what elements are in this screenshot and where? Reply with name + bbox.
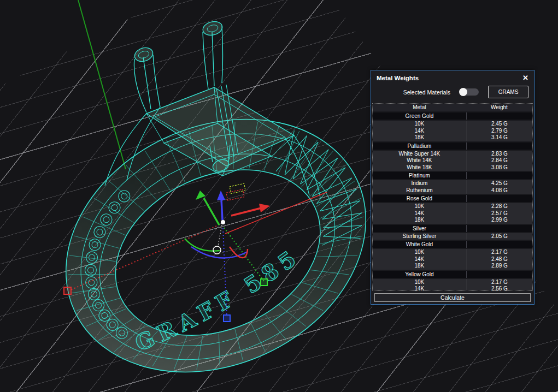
metal-row[interactable]: White 14K2.84 G	[373, 157, 532, 164]
metal-row[interactable]: Iridium4.25 G	[373, 180, 532, 187]
column-weight: Weight	[466, 104, 532, 111]
green-arrow[interactable]	[204, 198, 219, 225]
metal-row[interactable]: 18K2.89 G	[373, 263, 532, 270]
panel-titlebar[interactable]: Metal Weights ✕	[371, 70, 534, 83]
metal-row[interactable]: 14K2.48 G	[373, 256, 532, 263]
green-handle-square[interactable]	[261, 279, 267, 286]
metal-group-header[interactable]: Platinum	[373, 172, 532, 179]
selected-materials-label: Selected Materials	[403, 89, 450, 96]
metal-row[interactable]: 14K2.56 G	[373, 286, 532, 291]
red-rotate-arc[interactable]	[230, 247, 248, 258]
metal-weights-table: Metal Weight Green Gold10K2.45 G14K2.79 …	[372, 103, 533, 291]
blue-arrow[interactable]	[221, 199, 222, 220]
metal-row[interactable]: 10K2.28 G	[373, 203, 532, 210]
red-handle-square[interactable]	[64, 287, 71, 294]
metal-table-body: Green Gold10K2.45 G14K2.79 G18K3.14 GPal…	[373, 112, 532, 291]
panel-controls: Selected Materials GRAMS	[371, 83, 534, 103]
world-axis-green	[78, 0, 126, 169]
metal-row[interactable]: 18K2.99 G	[373, 217, 532, 224]
metal-group-header[interactable]: Silver	[373, 225, 532, 232]
metal-row[interactable]: Sterling Silver2.05 G	[373, 233, 532, 240]
toggle-knob	[459, 88, 467, 96]
metal-row[interactable]: White 18K3.08 G	[373, 164, 532, 171]
metal-row[interactable]: White Super 14K2.83 G	[373, 151, 532, 158]
panel-title: Metal Weights	[377, 75, 419, 81]
red-arrow[interactable]	[231, 208, 261, 216]
metal-group-header[interactable]: Rose Gold	[373, 195, 532, 202]
metal-row[interactable]: 10K2.17 G	[373, 249, 532, 256]
metal-row[interactable]: 10K2.17 G	[373, 279, 532, 286]
column-metal: Metal	[373, 104, 466, 111]
center-dotted	[218, 225, 222, 246]
rotate-handle-circle[interactable]	[213, 246, 221, 254]
metal-group-header[interactable]: Green Gold	[373, 112, 532, 120]
blue-arrowhead	[217, 191, 225, 200]
selected-materials-toggle[interactable]	[460, 88, 479, 96]
metal-group-header[interactable]: Yellow Gold	[373, 271, 532, 278]
viewport-3d: GRAFF 585	[0, 0, 558, 392]
red-arrowhead	[259, 204, 270, 212]
gizmo-center-dot[interactable]	[221, 220, 225, 224]
metal-group-header[interactable]: White Gold	[373, 241, 532, 248]
table-header: Metal Weight	[373, 104, 532, 111]
blue-handle-square[interactable]	[224, 315, 230, 322]
metal-weights-panel: Metal Weights ✕ Selected Materials GRAMS…	[371, 70, 534, 305]
units-button[interactable]: GRAMS	[488, 86, 528, 98]
metal-row[interactable]: Ruthenium4.08 G	[373, 187, 532, 194]
calculate-button[interactable]: Calculate	[374, 293, 531, 302]
metal-group-header[interactable]: Palladium	[373, 142, 532, 150]
metal-row[interactable]: 14K2.79 G	[373, 128, 532, 135]
y-axis-dotted	[224, 228, 264, 281]
metal-row[interactable]: 10K2.45 G	[373, 121, 532, 128]
metal-row[interactable]: 18K3.14 G	[373, 134, 532, 141]
metal-row[interactable]: 14K2.57 G	[373, 210, 532, 217]
close-icon[interactable]: ✕	[522, 74, 528, 81]
green-rotate-arc[interactable]	[185, 239, 220, 251]
ring-model[interactable]: GRAFF 585	[25, 20, 408, 392]
